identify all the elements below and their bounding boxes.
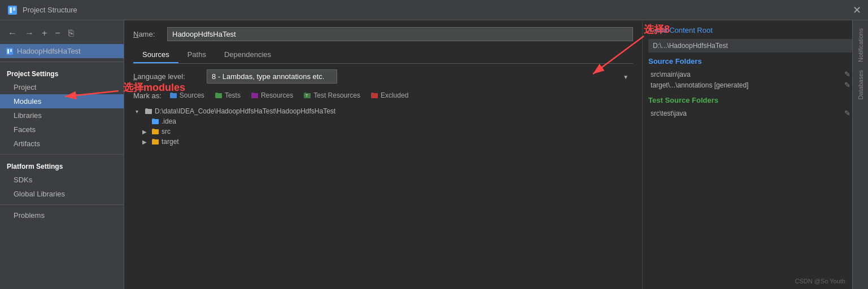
language-level-row: Language level: 8 - Lambdas, type annota…	[133, 69, 633, 84]
remove-module-button[interactable]: −	[53, 27, 62, 40]
excluded-folder-icon	[370, 92, 378, 99]
markas-resources-button[interactable]: Resources	[248, 90, 295, 100]
idea-folder-icon	[151, 118, 159, 125]
title-bar-left: Project Structure	[7, 5, 77, 16]
content-root-path: D:\...\HadoopHdfsHaTest	[653, 42, 728, 50]
svg-text:T: T	[306, 94, 308, 98]
tree-root-path: D:\data\IDEA_Code\HadoopHdfsHaTest\Hadoo…	[155, 107, 335, 115]
src-folder-icon	[151, 128, 159, 135]
svg-rect-1	[10, 7, 12, 13]
sidebar-item-libraries[interactable]: Libraries	[0, 108, 124, 122]
source-folder-item-1[interactable]: src\main\java ✎ ✕	[648, 69, 862, 80]
side-tool-panel: Notifications Databases	[852, 20, 868, 289]
testresources-folder-icon: T	[303, 92, 311, 99]
main-layout: ← → + − ⎘ HadoopHdfsHaTest Project Setti…	[0, 20, 868, 289]
tree-arrow-src: ▶	[142, 129, 149, 135]
copy-module-button[interactable]: ⎘	[66, 27, 76, 40]
language-select-wrapper: 8 - Lambdas, type annotations etc. 7 - D…	[207, 69, 633, 84]
project-settings-title: Project Settings	[0, 65, 124, 80]
sidebar-item-global-libraries[interactable]: Global Libraries	[0, 187, 124, 201]
markas-excluded-button[interactable]: Excluded	[368, 90, 411, 100]
tab-paths[interactable]: Paths	[178, 47, 215, 63]
edit-source-folder-2-button[interactable]: ✎	[844, 81, 850, 89]
tree-item-root[interactable]: ▾ D:\data\IDEA_Code\HadoopHdfsHaTest\Had…	[133, 106, 633, 116]
tab-sources[interactable]: Sources	[133, 47, 178, 63]
edit-test-source-folder-1-button[interactable]: ✎	[844, 109, 850, 117]
name-input[interactable]	[167, 27, 633, 41]
tab-dependencies[interactable]: Dependencies	[215, 47, 280, 63]
add-module-button[interactable]: +	[40, 27, 49, 40]
markas-sources-button[interactable]: Sources	[167, 90, 207, 100]
sidebar-divider-3	[0, 204, 124, 205]
module-name: HadoopHdfsHaTest	[17, 47, 81, 55]
language-level-select[interactable]: 8 - Lambdas, type annotations etc. 7 - D…	[207, 69, 337, 84]
svg-rect-4	[7, 49, 9, 54]
markas-testresources-button[interactable]: T Test Resources	[301, 90, 363, 100]
tree-arrow-target: ▶	[142, 139, 149, 145]
sidebar-item-project[interactable]: Project	[0, 80, 124, 94]
svg-rect-3	[6, 48, 13, 55]
markas-tests-button[interactable]: Tests	[212, 90, 243, 100]
svg-rect-2	[13, 7, 15, 11]
sources-folder-icon	[169, 92, 177, 99]
edit-source-folder-1-button[interactable]: ✎	[844, 70, 850, 78]
name-label: Name:	[133, 30, 162, 38]
module-item-hadoop[interactable]: HadoopHdfsHaTest	[0, 44, 124, 58]
sidebar-divider-1	[0, 62, 124, 62]
test-source-folder-item-1[interactable]: src\test\java ✎ ✕	[648, 108, 862, 119]
tabs-row: Sources Paths Dependencies	[133, 47, 633, 64]
sidebar-divider-2	[0, 154, 124, 155]
sidebar-nav: ← → + − ⎘	[0, 25, 124, 44]
svg-rect-5	[10, 49, 12, 52]
source-folder-path-2: target\...\annotations [generated]	[651, 81, 748, 89]
tree-item-idea[interactable]: .idea	[133, 116, 633, 126]
resources-folder-icon	[251, 92, 259, 99]
tree-idea-name: .idea	[162, 117, 176, 125]
forward-button[interactable]: →	[23, 27, 36, 40]
sidebar-item-problems[interactable]: Problems	[0, 208, 124, 222]
right-panel: + Add Content Root D:\...\HadoopHdfsHaTe…	[642, 20, 868, 289]
sidebar-item-facets[interactable]: Facets	[0, 122, 124, 137]
markas-label: Mark as:	[133, 91, 162, 100]
test-source-folders-title: Test Source Folders	[648, 96, 862, 104]
test-source-folder-path-1: src\test\java	[651, 110, 687, 117]
csdn-watermark: CSDN @So Youth	[795, 278, 845, 284]
target-folder-icon	[151, 138, 159, 145]
source-folders-title: Source Folders	[648, 57, 862, 65]
add-content-root-button[interactable]: + Add Content Root	[648, 26, 862, 34]
platform-settings-title: Platform Settings	[0, 158, 124, 173]
source-folder-item-2[interactable]: target\...\annotations [generated] ✎ ✕	[648, 80, 862, 90]
language-level-label: Language level:	[133, 72, 201, 81]
svg-rect-0	[8, 6, 17, 15]
tree-item-target[interactable]: ▶ target	[133, 137, 633, 147]
sidebar-item-modules[interactable]: Modules	[0, 94, 124, 108]
tree-item-src[interactable]: ▶ src	[133, 126, 633, 137]
module-icon	[6, 47, 14, 55]
tree-src-name: src	[162, 128, 171, 135]
name-row: Name:	[133, 27, 633, 41]
tests-folder-icon	[215, 92, 223, 99]
sidebar-item-sdks[interactable]: SDKs	[0, 173, 124, 187]
file-tree: ▾ D:\data\IDEA_Code\HadoopHdfsHaTest\Had…	[133, 106, 633, 289]
root-folder-icon	[145, 108, 152, 115]
side-tool-notifications[interactable]: Notifications	[856, 26, 865, 64]
content-root-item: D:\...\HadoopHdfsHaTest ✕	[648, 39, 862, 52]
markas-row: Mark as: Sources Tests Resources	[133, 90, 633, 100]
sidebar: ← → + − ⎘ HadoopHdfsHaTest Project Setti…	[0, 20, 124, 289]
content-area: Name: Sources Paths Dependencies Languag…	[124, 20, 642, 289]
tree-arrow-root: ▾	[136, 108, 142, 115]
source-folder-path-1: src\main\java	[651, 71, 691, 78]
title-text: Project Structure	[23, 6, 77, 14]
side-tool-databases[interactable]: Databases	[856, 68, 865, 102]
title-bar: Project Structure ✕	[0, 0, 868, 20]
add-content-root-label: + Add Content Root	[648, 26, 713, 34]
tree-target-name: target	[162, 138, 179, 146]
back-button[interactable]: ←	[6, 27, 19, 40]
sidebar-item-artifacts[interactable]: Artifacts	[0, 137, 124, 151]
app-icon	[7, 5, 18, 16]
close-button[interactable]: ✕	[853, 4, 861, 16]
